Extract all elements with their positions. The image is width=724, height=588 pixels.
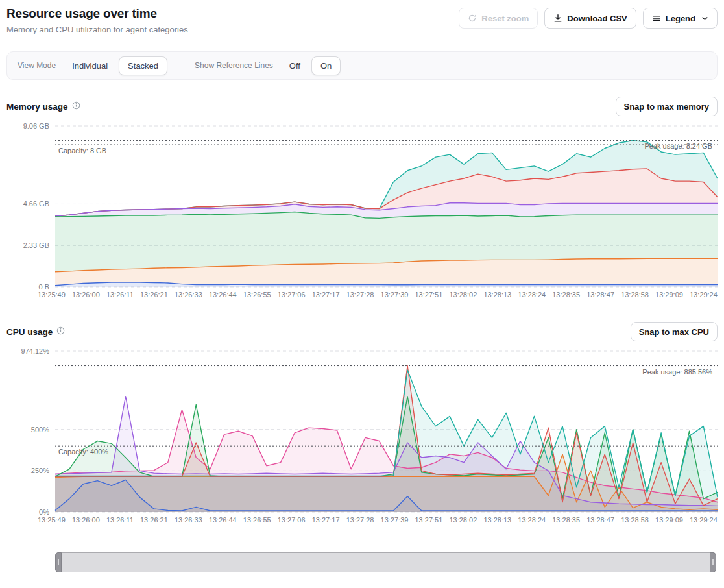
cpu-chart[interactable]: 0%250%500%974.12%Capacity: 400%Peak usag… bbox=[6, 351, 718, 528]
y-tick-label: 2.33 GB bbox=[6, 241, 49, 249]
x-tick-label: 13:26:21 bbox=[140, 291, 168, 299]
brush-handle-left[interactable] bbox=[55, 552, 62, 572]
x-tick-label: 13:27:28 bbox=[346, 516, 374, 524]
cpu-section-header: CPU usage Snap to max CPU bbox=[6, 322, 718, 341]
y-tick-label: 500% bbox=[6, 426, 49, 434]
reset-zoom-icon bbox=[468, 14, 477, 23]
page-header: Resource usage over time Memory and CPU … bbox=[6, 5, 718, 34]
memory-section-title-row: Memory usage bbox=[6, 101, 80, 112]
y-tick-label: 4.66 GB bbox=[6, 200, 49, 208]
x-tick-label: 13:28:35 bbox=[552, 516, 580, 524]
download-csv-button[interactable]: Download CSV bbox=[544, 8, 636, 29]
x-tick-label: 13:26:11 bbox=[106, 516, 134, 524]
x-tick-label: 13:26:11 bbox=[106, 291, 134, 299]
y-tick-label: 0% bbox=[6, 508, 49, 516]
download-icon bbox=[553, 14, 562, 23]
memory-chart-plot[interactable] bbox=[55, 126, 718, 287]
reset-zoom-label: Reset zoom bbox=[481, 14, 529, 23]
cpu-section-title: CPU usage bbox=[6, 327, 53, 337]
x-tick-label: 13:25:49 bbox=[38, 516, 66, 524]
reference-line-label: Capacity: 8 GB bbox=[58, 147, 106, 154]
memory-section-header: Memory usage Snap to max memory bbox=[6, 97, 718, 116]
x-tick-label: 13:28:58 bbox=[621, 516, 649, 524]
reference-line-label: Capacity: 400% bbox=[58, 448, 108, 456]
reference-lines-label: Show Reference Lines bbox=[195, 61, 273, 70]
x-tick-label: 13:28:02 bbox=[449, 516, 477, 524]
x-tick-label: 13:28:47 bbox=[586, 291, 614, 299]
x-tick-label: 13:27:39 bbox=[381, 516, 409, 524]
reference-line-label: Peak usage: 8.24 GB bbox=[644, 142, 712, 150]
chevron-down-icon bbox=[701, 15, 708, 22]
x-tick-label: 13:28:35 bbox=[552, 291, 580, 299]
legend-button[interactable]: Legend bbox=[643, 8, 718, 29]
x-tick-label: 13:26:33 bbox=[175, 291, 202, 299]
info-icon[interactable] bbox=[72, 101, 80, 112]
memory-section-title: Memory usage bbox=[6, 102, 68, 112]
x-tick-label: 13:28:13 bbox=[483, 516, 511, 524]
x-axis-labels: 13:25:4913:26:0013:26:1113:26:2113:26:33… bbox=[38, 516, 718, 524]
header-actions: Reset zoom Download CSV Legend bbox=[459, 5, 718, 29]
x-tick-label: 13:29:09 bbox=[655, 291, 683, 299]
x-tick-label: 13:26:55 bbox=[243, 291, 271, 299]
resource-usage-page: Resource usage over time Memory and CPU … bbox=[0, 0, 724, 572]
chart-controls-bar: View Mode Individual Stacked Show Refere… bbox=[6, 51, 718, 80]
view-mode-stacked[interactable]: Stacked bbox=[119, 56, 167, 75]
x-tick-label: 13:26:00 bbox=[72, 291, 100, 299]
x-tick-label: 13:27:06 bbox=[278, 516, 306, 524]
x-tick-label: 13:28:24 bbox=[518, 291, 546, 299]
x-tick-label: 13:28:13 bbox=[483, 291, 511, 299]
page-title: Resource usage over time bbox=[6, 6, 188, 21]
snap-to-max-memory-button[interactable]: Snap to max memory bbox=[616, 97, 718, 116]
x-tick-label: 13:27:17 bbox=[312, 516, 340, 524]
x-tick-label: 13:27:51 bbox=[415, 291, 443, 299]
reference-lines-on[interactable]: On bbox=[311, 56, 341, 75]
x-tick-label: 13:25:49 bbox=[38, 291, 66, 299]
x-axis-labels: 13:25:4913:26:0013:26:1113:26:2113:26:33… bbox=[38, 291, 718, 299]
x-tick-label: 13:29:24 bbox=[690, 516, 718, 524]
x-tick-label: 13:27:28 bbox=[346, 291, 374, 299]
x-tick-label: 13:28:47 bbox=[586, 516, 614, 524]
legend-list-icon bbox=[652, 14, 661, 23]
x-tick-label: 13:27:17 bbox=[312, 291, 340, 299]
title-block: Resource usage over time Memory and CPU … bbox=[6, 5, 188, 34]
x-tick-label: 13:29:24 bbox=[690, 291, 718, 299]
x-tick-label: 13:26:21 bbox=[140, 516, 168, 524]
time-range-scrollbar[interactable] bbox=[55, 552, 716, 572]
cpu-chart-plot[interactable] bbox=[55, 351, 718, 512]
x-tick-label: 13:28:02 bbox=[449, 291, 477, 299]
x-tick-label: 13:28:24 bbox=[518, 516, 546, 524]
view-mode-label: View Mode bbox=[18, 61, 56, 70]
x-tick-label: 13:27:51 bbox=[415, 516, 443, 524]
download-csv-label: Download CSV bbox=[567, 14, 627, 23]
x-tick-label: 13:27:06 bbox=[278, 291, 306, 299]
info-icon[interactable] bbox=[56, 326, 65, 337]
reference-line-label: Peak usage: 885.56% bbox=[642, 368, 712, 376]
y-tick-label: 0 B bbox=[6, 283, 49, 291]
y-tick-label: 974.12% bbox=[6, 347, 49, 355]
y-tick-label: 9.06 GB bbox=[6, 122, 49, 130]
cpu-section-title-row: CPU usage bbox=[6, 326, 65, 337]
x-tick-label: 13:29:09 bbox=[655, 516, 683, 524]
view-mode-individual[interactable]: Individual bbox=[65, 56, 115, 75]
legend-label: Legend bbox=[666, 14, 695, 23]
x-tick-label: 13:28:58 bbox=[621, 291, 649, 299]
reference-lines-off[interactable]: Off bbox=[282, 56, 308, 75]
brush-handle-right[interactable] bbox=[710, 552, 716, 572]
y-tick-label: 250% bbox=[6, 467, 49, 474]
reset-zoom-button[interactable]: Reset zoom bbox=[459, 8, 538, 29]
x-tick-label: 13:26:33 bbox=[175, 516, 202, 524]
x-tick-label: 13:26:44 bbox=[209, 291, 237, 299]
x-tick-label: 13:26:55 bbox=[243, 516, 271, 524]
memory-chart[interactable]: 0 B2.33 GB4.66 GB9.06 GBCapacity: 8 GBPe… bbox=[6, 126, 718, 302]
x-tick-label: 13:26:00 bbox=[72, 516, 100, 524]
snap-to-max-cpu-button[interactable]: Snap to max CPU bbox=[631, 322, 718, 341]
x-tick-label: 13:26:44 bbox=[209, 516, 237, 524]
page-subtitle: Memory and CPU utilization for agent cat… bbox=[6, 25, 188, 34]
x-tick-label: 13:27:39 bbox=[381, 291, 409, 299]
